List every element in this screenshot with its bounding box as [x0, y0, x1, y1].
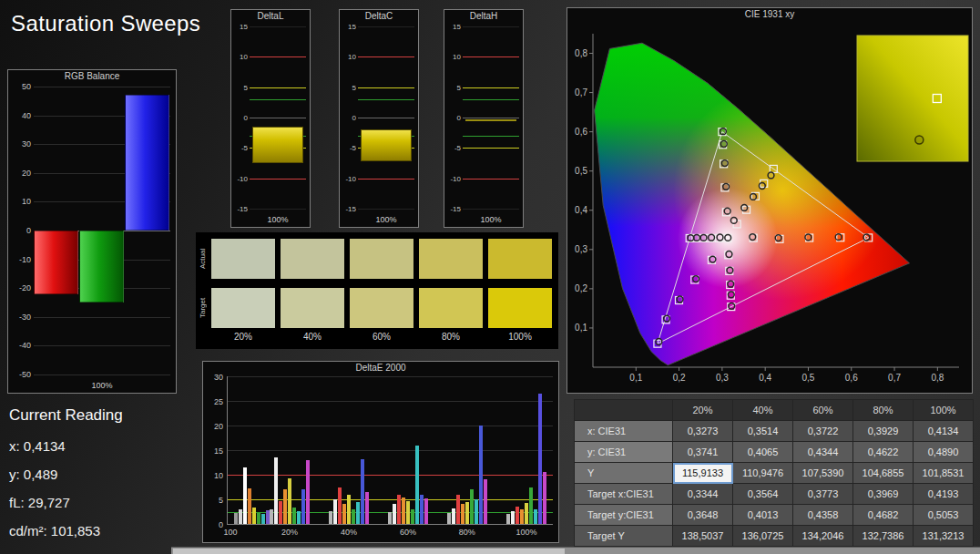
- deltae-bar: [506, 514, 510, 524]
- table-cell[interactable]: 138,5037: [673, 526, 733, 547]
- swatch-actual-40%: [281, 239, 344, 279]
- table-cell[interactable]: 0,3722: [793, 421, 853, 442]
- deltae-bar: [361, 459, 364, 524]
- x-label: 100%: [250, 215, 306, 224]
- table-cell[interactable]: 0,3344: [673, 484, 733, 505]
- horizontal-scrollbar[interactable]: [171, 547, 980, 554]
- deltae-bar: [543, 472, 546, 524]
- chart-title: DeltaL: [231, 10, 310, 23]
- table-cell[interactable]: 131,3213: [914, 526, 974, 547]
- table-row: y: CIE310,37410,40650,43440,46220,4890: [575, 442, 974, 463]
- deltae-bar: [420, 495, 424, 524]
- current-reading-cdm2: cd/m²: 101,853: [9, 523, 191, 539]
- current-reading-title: Current Reading: [9, 406, 191, 425]
- cie-measured-point: [730, 218, 737, 224]
- table-cell[interactable]: 0,4013: [733, 505, 793, 526]
- y-tick-label: 0,5: [575, 166, 587, 176]
- y-tick-label: 15: [341, 23, 356, 31]
- table-cell[interactable]: 104,6855: [853, 463, 914, 484]
- table-cell[interactable]: 115,9133: [673, 463, 733, 484]
- swatch-col-label: 100%: [488, 332, 552, 342]
- gridline: [250, 209, 306, 210]
- deltae-bar: [516, 507, 519, 524]
- table-cell[interactable]: 0,3564: [733, 484, 793, 505]
- y-tick-label: 0,3: [575, 244, 587, 254]
- table-cell[interactable]: 0,4344: [793, 442, 853, 463]
- gridline: [250, 118, 306, 118]
- table-cell[interactable]: 0,3741: [673, 442, 733, 463]
- y-tick-label: 5: [445, 84, 461, 92]
- table-cell[interactable]: 0,3648: [673, 505, 733, 526]
- table-cell[interactable]: 101,8531: [914, 463, 974, 484]
- y-tick-label: -20: [9, 283, 31, 292]
- y-tick-label: -5: [445, 144, 461, 152]
- table-cell[interactable]: 0,4065: [733, 442, 793, 463]
- scrollbar-thumb[interactable]: [173, 549, 565, 554]
- table-cell[interactable]: 0,4682: [853, 505, 914, 526]
- y-tick-label: 20: [9, 169, 31, 178]
- table-cell[interactable]: 0,3273: [673, 421, 733, 442]
- table-cell[interactable]: 0,4193: [914, 484, 974, 505]
- deltae-bar: [283, 489, 287, 524]
- x-tick-label: 0,5: [802, 373, 815, 383]
- swatch-target-60%: [350, 288, 413, 328]
- table-cell[interactable]: 132,7386: [853, 526, 914, 547]
- table-col-header: 20%: [673, 400, 733, 421]
- y-tick-label: 0: [445, 114, 461, 122]
- rgb-balance-x-label: 100%: [34, 381, 170, 390]
- x-tick-label: 0,3: [716, 373, 729, 383]
- table-cell[interactable]: 0,5053: [914, 505, 974, 526]
- y-tick-label: 0,8: [575, 48, 587, 58]
- current-reading-x: x: 0,4134: [9, 438, 191, 454]
- limit-line: [250, 99, 306, 100]
- limit-line: [358, 87, 414, 88]
- y-tick-label: 0,4: [575, 205, 587, 215]
- cie-measured-point: [700, 235, 707, 241]
- cie-measured-point: [688, 235, 694, 241]
- deltae-bar: [292, 508, 296, 524]
- rgb-bar-blue: [125, 95, 169, 231]
- plot-area: 151050-5-10-15: [250, 26, 306, 209]
- chart-title: DeltaH: [444, 10, 523, 23]
- y-tick-label: -15: [232, 205, 248, 213]
- swatch-actual-80%: [419, 239, 483, 279]
- table-cell[interactable]: 0,4622: [853, 442, 914, 463]
- table-cell[interactable]: 134,2046: [793, 526, 853, 547]
- deltae-bar: [402, 498, 405, 524]
- table-cell[interactable]: 0,4358: [793, 505, 853, 526]
- table-cell[interactable]: 0,3969: [853, 484, 914, 505]
- deltae-bar: [411, 509, 414, 524]
- gridline: [358, 26, 414, 27]
- y-tick-label: -30: [9, 313, 31, 322]
- chart-title: DeltaC: [340, 10, 418, 23]
- cie-measured-point: [728, 292, 734, 298]
- table-row-label: x: CIE31: [575, 421, 673, 442]
- swatch-actual-100%: [488, 239, 552, 279]
- table-cell[interactable]: 0,3514: [733, 421, 793, 442]
- table-col-header: 60%: [793, 400, 853, 421]
- gridline: [250, 26, 306, 27]
- table-cell[interactable]: 0,4134: [914, 421, 974, 442]
- table-cell[interactable]: 107,5390: [793, 463, 853, 484]
- deltae-bar: [520, 509, 524, 524]
- y-tick-label: 30: [205, 373, 223, 382]
- y-tick-label: 0,1: [575, 323, 587, 333]
- rgb-balance-chart: RGB Balance 50403020100-10-20-30-40-50 1…: [7, 69, 177, 394]
- table-cell[interactable]: 0,3773: [793, 484, 853, 505]
- y-tick-label: 15: [232, 23, 248, 31]
- table-cell[interactable]: 0,4890: [914, 442, 974, 463]
- swatch-target-40%: [281, 288, 344, 328]
- table-corner: [575, 400, 673, 421]
- deltae-bar: [257, 513, 260, 524]
- gridline: [463, 209, 519, 210]
- table-cell[interactable]: 0,3929: [853, 421, 914, 442]
- swatch-target-80%: [419, 288, 483, 328]
- cie-measured-point: [720, 128, 727, 135]
- table-cell[interactable]: 136,0725: [733, 526, 793, 547]
- y-tick-label: 10: [205, 471, 223, 480]
- cie-measured-point: [677, 296, 683, 303]
- cie-measured-point: [768, 172, 774, 179]
- table-col-header: 100%: [914, 400, 974, 421]
- swatch-target-100%: [488, 288, 552, 328]
- table-cell[interactable]: 110,9476: [733, 463, 793, 484]
